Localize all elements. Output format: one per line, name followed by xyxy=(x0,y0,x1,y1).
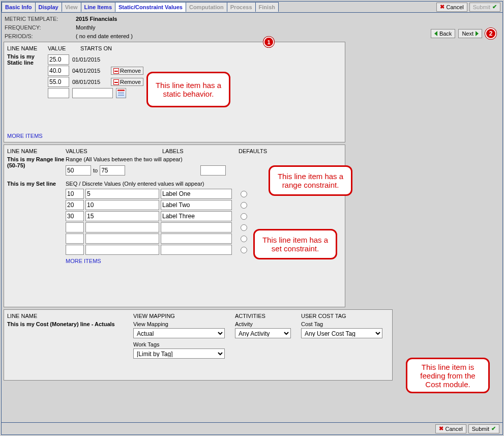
cancel-label-bottom: Cancel xyxy=(446,426,463,432)
tab-bar: Basic InfoDisplayViewLine ItemsStatic/Co… xyxy=(2,2,502,13)
remove-label: Remove xyxy=(120,68,141,74)
next-button[interactable]: Next xyxy=(458,29,482,38)
remove-button[interactable]: Remove xyxy=(111,67,143,75)
value-input[interactable] xyxy=(48,54,69,65)
set-value-b[interactable] xyxy=(85,211,159,221)
remove-button[interactable]: Remove xyxy=(111,78,143,86)
value-input[interactable] xyxy=(48,66,69,76)
view-mapping-label: View Mapping xyxy=(133,321,235,327)
view-mapping-select[interactable]: Actual xyxy=(133,328,225,338)
range-desc: Range (All Values between the two will a… xyxy=(66,156,226,162)
set-default-radio[interactable] xyxy=(241,213,247,220)
tab-process: Process xyxy=(227,2,256,12)
remove-label: Remove xyxy=(120,79,141,85)
back-label: Back xyxy=(439,31,452,37)
work-tags-select[interactable]: [Limit by Tag] xyxy=(133,348,225,359)
set-default-radio[interactable] xyxy=(241,202,247,209)
static-line-name: This is my Static line xyxy=(7,53,48,99)
x-icon: ✖ xyxy=(440,4,444,10)
tab-basic-info[interactable]: Basic Info xyxy=(2,2,36,12)
set-label-input[interactable] xyxy=(161,211,232,221)
value-input[interactable] xyxy=(48,88,69,98)
set-value-b[interactable] xyxy=(85,189,159,199)
arrow-left-icon xyxy=(434,31,437,36)
submit-label-bottom: Submit xyxy=(472,426,489,432)
value-input[interactable] xyxy=(48,77,69,87)
set-value-b[interactable] xyxy=(85,234,159,244)
col2-defaults: DEFAULTS xyxy=(239,148,267,154)
frequency-label: FREQUENCY: xyxy=(5,24,76,31)
set-row xyxy=(66,189,247,199)
template-value: 2015 Financials xyxy=(76,16,117,22)
set-label-input[interactable] xyxy=(161,189,232,199)
set-value-a[interactable] xyxy=(66,211,84,221)
range-to-input[interactable] xyxy=(100,165,125,176)
check-icon: ✔ xyxy=(491,425,496,432)
col3-tag: USER COST TAG xyxy=(301,313,346,319)
range-from-input[interactable] xyxy=(66,165,91,176)
set-default-radio[interactable] xyxy=(241,236,247,242)
static-row: 08/01/2015Remove xyxy=(48,77,143,87)
submit-button-top[interactable]: Submit ✔ xyxy=(469,3,500,12)
cost-panel: LINE NAME VIEW MAPPING ACTIVITIES USER C… xyxy=(4,309,393,381)
set-row xyxy=(66,245,247,255)
submit-label: Submit xyxy=(473,4,490,10)
set-label-input[interactable] xyxy=(161,234,232,244)
range-default-input[interactable] xyxy=(200,165,226,176)
panel1-badge: 1 xyxy=(263,37,274,47)
set-label-input[interactable] xyxy=(161,200,232,210)
cancel-button-bottom[interactable]: ✖ Cancel xyxy=(435,424,466,433)
activity-select[interactable]: Any Activity xyxy=(235,328,291,338)
tab-strip: Basic InfoDisplayViewLine ItemsStatic/Co… xyxy=(2,2,278,12)
header: METRIC TEMPLATE: 2015 Financials FREQUEN… xyxy=(2,13,502,39)
step-badge: 2 xyxy=(485,28,496,39)
frequency-value: Monthly xyxy=(76,24,96,31)
col2-labels: LABELS xyxy=(162,148,239,154)
nav-buttons: Back Next 2 xyxy=(431,28,496,39)
set-value-b[interactable] xyxy=(85,222,159,232)
tab-display[interactable]: Display xyxy=(35,2,62,12)
set-row xyxy=(66,211,247,221)
static-rows: 01/01/201504/01/2015Remove08/01/2015Remo… xyxy=(48,53,143,99)
tab-static-constraint-values[interactable]: Static/Constraint Values xyxy=(115,2,186,12)
set-default-radio[interactable] xyxy=(241,191,247,197)
cancel-label: Cancel xyxy=(447,4,464,10)
footer: ✖ Cancel Submit ✔ xyxy=(2,422,502,434)
set-value-a[interactable] xyxy=(66,189,84,199)
set-value-a[interactable] xyxy=(66,222,84,232)
cost-tag-label: Cost Tag xyxy=(301,321,382,327)
tab-view: View xyxy=(62,2,81,12)
set-row xyxy=(66,200,247,210)
set-value-a[interactable] xyxy=(66,234,84,244)
col3-line: LINE NAME xyxy=(7,313,133,319)
col-value: VALUE xyxy=(48,45,80,51)
submit-button-bottom[interactable]: Submit ✔ xyxy=(468,424,499,433)
work-tags-label: Work Tags xyxy=(133,341,235,347)
set-value-a[interactable] xyxy=(66,200,84,210)
range-line-name: This is my Range line (50-75) xyxy=(7,156,66,168)
static-panel: 1 LINE NAME VALUE STARTS ON This is my S… xyxy=(4,42,345,142)
more-items-link-2[interactable]: MORE ITEMS xyxy=(66,258,247,264)
set-value-b[interactable] xyxy=(85,200,159,210)
arrow-right-icon xyxy=(476,31,479,36)
constraint-panel: LINE NAME VALUES LABELS DEFAULTS This is… xyxy=(4,144,345,307)
tab-line-items[interactable]: Line Items xyxy=(81,2,115,12)
static-row xyxy=(48,88,143,98)
cancel-button-top[interactable]: ✖ Cancel xyxy=(436,3,467,12)
set-default-radio[interactable] xyxy=(241,224,247,231)
tab-finish: Finish xyxy=(255,2,279,12)
periods-label: PERIOD/S: xyxy=(5,33,76,39)
minus-icon xyxy=(113,68,119,74)
x-icon: ✖ xyxy=(439,425,443,432)
set-label-input[interactable] xyxy=(161,222,232,232)
set-value-a[interactable] xyxy=(66,245,84,255)
set-label-input[interactable] xyxy=(161,245,232,255)
date-input[interactable] xyxy=(72,88,113,98)
cost-tag-select[interactable]: Any User Cost Tag xyxy=(301,328,382,338)
more-items-link-1[interactable]: MORE ITEMS xyxy=(7,133,43,139)
set-default-radio[interactable] xyxy=(241,247,247,253)
set-value-b[interactable] xyxy=(85,245,159,255)
back-button[interactable]: Back xyxy=(431,29,455,38)
calendar-icon[interactable] xyxy=(116,88,126,98)
col2-values: VALUES xyxy=(66,148,162,154)
